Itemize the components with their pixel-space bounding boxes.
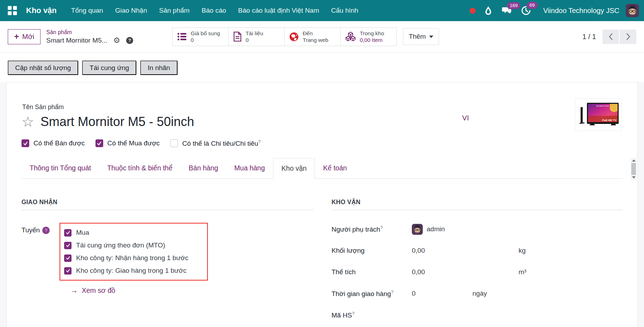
tv-caption-text: Full HD TV: [602, 119, 617, 122]
help-icon[interactable]: ?: [126, 37, 133, 44]
pager-previous-button[interactable]: [602, 30, 619, 44]
stat-value: 0,00 Item: [360, 37, 384, 43]
view-diagram-link[interactable]: → Xem sơ đồ: [70, 286, 314, 295]
toggle-label: Có thể là Chi tiêu/Chi tiêu?: [182, 139, 261, 147]
weight-value[interactable]: 0,00: [412, 247, 519, 254]
stat-button-go-to-website[interactable]: Đến Trang web: [284, 27, 341, 46]
replenish-button[interactable]: Tái cung ứng: [82, 61, 136, 75]
menu-item-tong-quan[interactable]: Tổng quan: [71, 7, 103, 14]
tv-brand-text: SAMSUNG: [596, 105, 609, 107]
product-image[interactable]: SAMSUNG Full HD TV: [575, 99, 622, 131]
menu-item-san-pham[interactable]: Sản phẩm: [159, 7, 190, 14]
stat-value: 0: [191, 37, 220, 43]
field-hs-code: Mã HS?: [332, 309, 623, 321]
menu-item-bao-cao[interactable]: Báo cáo: [202, 7, 226, 14]
toggle-label: Có thể là Chi tiêu/Chi tiêuCó thể Mua đư…: [107, 139, 160, 147]
responsible-user-chip[interactable]: admin: [412, 224, 445, 235]
activities-clock-icon[interactable]: 69: [521, 6, 531, 15]
question-badge-icon[interactable]: ?: [42, 227, 50, 234]
app-name[interactable]: Kho vận: [26, 6, 57, 15]
stat-button-documents[interactable]: Tài liệu 0: [228, 27, 285, 46]
content-area: Tên Sản phẩm ☆ Smart Mornitor M5 - 50inc…: [0, 82, 644, 327]
responsible-avatar: [412, 224, 423, 235]
recording-dot-icon[interactable]: [470, 8, 476, 14]
menu-item-bao-cao-luat-dinh[interactable]: Báo cáo luật định Việt Nam: [238, 7, 319, 14]
stat-button-extra-prices[interactable]: Giá bổ sung 0: [172, 27, 229, 46]
control-panel: + Mới Sản phẩm Smart Mornitor M5... ⚙ ? …: [0, 21, 644, 52]
stat-value: 0: [246, 37, 263, 43]
checkbox-unchecked-icon[interactable]: [170, 139, 178, 147]
section-logistics: KHO VẬN Người phụ trách?: [332, 199, 623, 327]
volume-value[interactable]: 0,00: [412, 268, 519, 276]
chevron-left-icon: [608, 33, 613, 40]
user-avatar[interactable]: [626, 4, 639, 17]
tv-side-view: [580, 107, 584, 124]
stat-label: Trong kho: [360, 30, 384, 37]
top-navbar: Kho vận Tổng quan Giao Nhận Sản phẩm Báo…: [0, 0, 644, 21]
pager-count: 1 / 1: [582, 33, 596, 41]
tab-inventory[interactable]: Kho vận: [273, 158, 315, 179]
stat-label: Tài liệu: [246, 30, 263, 37]
plus-icon: +: [14, 33, 19, 40]
checkbox-checked-icon[interactable]: [64, 267, 72, 275]
update-quantity-button[interactable]: Cập nhật số lượng: [8, 61, 78, 75]
vertical-scrollbar[interactable]: [631, 158, 637, 180]
route-option-mto[interactable]: Tái cung ứng theo đơn (MTO): [64, 239, 202, 252]
gear-icon[interactable]: ⚙: [113, 37, 120, 44]
checkbox-checked-icon[interactable]: [64, 229, 72, 237]
toggle-can-be-purchased[interactable]: Có thể là Chi tiêu/Chi tiêuCó thể Mua đư…: [95, 139, 160, 147]
checkbox-checked-icon[interactable]: [64, 254, 72, 262]
stat-button-on-hand[interactable]: Trong kho 0,00 Item: [340, 27, 397, 46]
breadcrumb-parent[interactable]: Sản phẩm: [46, 29, 133, 36]
document-icon: [233, 32, 242, 42]
lead-time-value[interactable]: 0: [412, 290, 472, 297]
list-icon: [177, 32, 187, 41]
product-toggles: Có thể Bán được Có thể là Chi tiêu/Chi t…: [21, 139, 623, 147]
route-option-deliver-1-step[interactable]: Kho công ty: Giao hàng trong 1 bước: [64, 264, 202, 277]
scrollbar-thumb[interactable]: [631, 163, 636, 175]
checkbox-checked-icon[interactable]: [21, 139, 29, 147]
field-label: Mã HS?: [332, 311, 412, 319]
new-button[interactable]: + Mới: [8, 29, 41, 44]
droplet-icon[interactable]: [484, 6, 492, 15]
tab-attributes-variants[interactable]: Thuộc tính & biến thể: [99, 158, 180, 178]
tab-accounting[interactable]: Kế toán: [315, 158, 355, 178]
checkbox-checked-icon[interactable]: [64, 242, 72, 249]
weight-unit: kg: [519, 247, 526, 254]
field-customer-lead-time: Thời gian giao hàng? 0 ngày: [332, 287, 623, 300]
menu-item-giao-nhan[interactable]: Giao Nhận: [115, 7, 147, 14]
company-name[interactable]: Viindoo Technology JSC: [543, 7, 619, 15]
field-label: Người phụ trách?: [332, 225, 412, 233]
stat-button-group: Giá bổ sung 0 Tài liệu 0 Đến: [173, 27, 397, 46]
tab-sales[interactable]: Bán hàng: [181, 158, 227, 178]
responsible-value[interactable]: admin: [427, 225, 445, 233]
section-operations: GIAO NHẬN Tuyến ? Mua: [21, 199, 314, 327]
scroll-up-icon[interactable]: [632, 159, 636, 162]
chevron-right-icon: [626, 33, 631, 40]
more-label: Thêm: [409, 33, 426, 40]
messages-icon[interactable]: 169: [501, 6, 512, 15]
route-option-buy[interactable]: Mua: [64, 226, 202, 239]
toggle-can-be-expensed[interactable]: Có thể là Chi tiêu/Chi tiêu?: [170, 139, 261, 147]
tab-purchase[interactable]: Mua hàng: [226, 158, 273, 178]
pager-next-button[interactable]: [620, 30, 636, 44]
apps-grid-icon[interactable]: [8, 6, 17, 15]
route-option-receive-1-step[interactable]: Kho công ty: Nhận hàng trong 1 bước: [64, 252, 202, 264]
routes-highlight-box: Mua Tái cung ứng theo đơn (MTO): [60, 223, 208, 281]
field-label: Khối lượng: [332, 247, 412, 254]
toggle-label: Có thể Bán được: [33, 139, 85, 147]
favorite-star-icon[interactable]: ☆: [21, 115, 34, 129]
print-labels-button[interactable]: In nhãn: [140, 61, 177, 75]
new-button-label: Mới: [22, 33, 34, 41]
more-dropdown-button[interactable]: Thêm: [403, 28, 439, 45]
stat-label: Đến: [303, 30, 328, 37]
toggle-can-be-sold[interactable]: Có thể Bán được: [21, 139, 85, 147]
scroll-down-icon[interactable]: [632, 176, 636, 178]
checkbox-checked-icon[interactable]: [95, 139, 103, 147]
language-badge[interactable]: VI: [462, 114, 469, 122]
field-label: Thời gian giao hàng?: [332, 289, 412, 298]
product-title[interactable]: Smart Mornitor M5 - 50inch: [41, 114, 194, 129]
section-title-logistics: KHO VẬN: [332, 199, 623, 210]
menu-item-cau-hinh[interactable]: Cấu hình: [331, 7, 358, 14]
tab-general-information[interactable]: Thông tin Tổng quát: [21, 158, 99, 178]
